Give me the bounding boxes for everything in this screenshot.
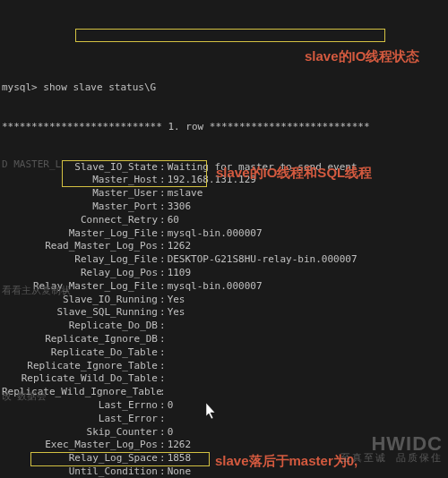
field-value: None: [168, 465, 192, 478]
field-label: Last_Error: [2, 413, 158, 426]
field-label: Slave_IO_Running: [2, 294, 158, 307]
status-row: Replicate_Do_Table:: [2, 346, 448, 360]
colon: :: [158, 227, 168, 241]
field-value: mysql-bin.000007: [168, 280, 263, 294]
colon: :: [158, 267, 168, 280]
colon: :: [158, 452, 168, 465]
field-value: Yes: [168, 294, 185, 307]
field-label: Skip_Counter: [2, 426, 158, 440]
colon: :: [158, 439, 168, 452]
field-label: Replicate_Wild_Ignore_Table: [2, 386, 158, 399]
field-value: 0: [168, 399, 174, 413]
status-row: Read_Master_Log_Pos:1262: [2, 240, 448, 253]
colon: :: [158, 333, 168, 346]
status-row: Until_Condition:None: [2, 465, 448, 478]
colon: :: [158, 306, 168, 320]
field-value: 1109: [168, 267, 192, 280]
field-value: DESKTOP-G21S8HU-relay-bin.000007: [168, 253, 358, 267]
field-label: Relay_Log_File: [2, 253, 158, 267]
highlight-box-io-state: [75, 29, 385, 42]
status-row: Relay_Master_Log_File:mysql-bin.000007: [2, 280, 448, 294]
colon: :: [158, 174, 168, 187]
field-value: 60: [168, 214, 179, 227]
field-value: mysql-bin.000007: [168, 227, 263, 241]
terminal: mysql> show slave status\G *************…: [0, 53, 448, 478]
field-label: Slave_SQL_Running: [2, 306, 158, 320]
status-row: Slave_IO_State:Waiting for master to sen…: [2, 161, 448, 175]
colon: :: [158, 465, 168, 478]
colon: :: [158, 320, 168, 333]
field-label: Last_Errno: [2, 399, 158, 413]
status-row: Relay_Log_File:DESKTOP-G21S8HU-relay-bin…: [2, 253, 448, 267]
status-row: Replicate_Ignore_DB:: [2, 333, 448, 346]
status-row: Replicate_Do_DB:: [2, 320, 448, 333]
status-row: Replicate_Wild_Do_Table:: [2, 372, 448, 386]
field-value: Waiting for master to send event: [168, 161, 358, 175]
status-row: Replicate_Wild_Ignore_Table:: [2, 386, 448, 399]
field-label: Master_Log_File: [2, 227, 158, 241]
status-row: Relay_Log_Space:1858: [2, 452, 448, 465]
colon: :: [158, 240, 168, 253]
colon: :: [158, 294, 168, 307]
field-label: Replicate_Ignore_DB: [2, 333, 158, 346]
status-row: Last_Errno:0: [2, 399, 448, 413]
field-label: Relay_Master_Log_File: [2, 280, 158, 294]
field-label: Master_User: [2, 187, 158, 201]
field-value: Yes: [168, 306, 185, 320]
colon: :: [158, 214, 168, 227]
status-row: Relay_Log_Pos:1109: [2, 267, 448, 280]
colon: :: [158, 161, 168, 175]
colon: :: [158, 280, 168, 294]
status-fields: Slave_IO_State:Waiting for master to sen…: [2, 161, 448, 478]
field-label: Exec_Master_Log_Pos: [2, 439, 158, 452]
field-value: 1858: [168, 452, 192, 465]
status-row: Master_Host:192.168.131.129: [2, 174, 448, 187]
status-row: Master_Log_File:mysql-bin.000007: [2, 227, 448, 241]
status-row: Skip_Counter:0: [2, 426, 448, 440]
status-row: Slave_IO_Running:Yes: [2, 294, 448, 307]
status-row: Last_Error:: [2, 413, 448, 426]
status-row: Master_Port:3306: [2, 201, 448, 214]
prompt-line: mysql> show slave status\G: [2, 81, 448, 95]
colon: :: [158, 253, 168, 267]
field-label: Replicate_Wild_Do_Table: [2, 372, 158, 386]
field-value: mslave: [168, 187, 203, 201]
field-label: Relay_Log_Space: [2, 452, 158, 465]
row-header: *************************** 1. row *****…: [2, 121, 448, 134]
field-label: Connect_Retry: [2, 214, 158, 227]
field-value: 0: [168, 426, 174, 440]
field-label: Read_Master_Log_Pos: [2, 240, 158, 253]
status-row: Connect_Retry:60: [2, 214, 448, 227]
status-row: Exec_Master_Log_Pos:1262: [2, 439, 448, 452]
field-label: Replicate_Ignore_Table: [2, 360, 158, 373]
colon: :: [158, 187, 168, 201]
colon: :: [158, 386, 168, 399]
field-value: 192.168.131.129: [168, 174, 256, 187]
field-label: Slave_IO_State: [2, 161, 158, 175]
status-row: Master_User:mslave: [2, 187, 448, 201]
field-label: Replicate_Do_DB: [2, 320, 158, 333]
field-label: Master_Host: [2, 174, 158, 187]
colon: :: [158, 426, 168, 440]
field-value: 3306: [168, 201, 192, 214]
colon: :: [158, 399, 168, 413]
colon: :: [158, 413, 168, 426]
field-label: Replicate_Do_Table: [2, 346, 158, 360]
colon: :: [158, 372, 168, 386]
field-label: Relay_Log_Pos: [2, 267, 158, 280]
field-label: Master_Port: [2, 201, 158, 214]
colon: :: [158, 346, 168, 360]
status-row: Replicate_Ignore_Table:: [2, 360, 448, 373]
field-label: Until_Condition: [2, 465, 158, 478]
field-value: 1262: [168, 240, 192, 253]
field-value: 1262: [168, 439, 192, 452]
colon: :: [158, 360, 168, 373]
status-row: Slave_SQL_Running:Yes: [2, 306, 448, 320]
colon: :: [158, 201, 168, 214]
